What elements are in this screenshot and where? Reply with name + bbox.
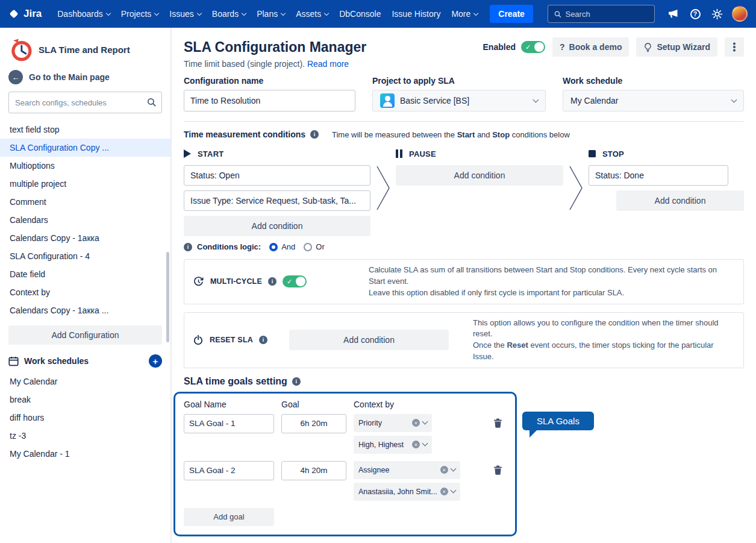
chevron-down-icon: [450, 488, 456, 494]
power-icon: [193, 334, 204, 345]
multi-cycle-toggle[interactable]: [283, 275, 307, 287]
delete-goal-button[interactable]: [489, 461, 507, 479]
context-field-select[interactable]: Priority: [354, 414, 432, 432]
config-item[interactable]: Calendars Copy - 1акка ...: [0, 301, 170, 319]
radio-unchecked-icon: [304, 243, 312, 251]
schedule-item[interactable]: break: [0, 391, 170, 409]
stop-icon: [589, 150, 596, 157]
schedule-item[interactable]: diff hours: [0, 409, 170, 427]
read-more-link[interactable]: Read more: [307, 59, 349, 69]
nav-item-dashboards[interactable]: Dashboards: [52, 5, 115, 22]
chevron-down-icon: [450, 466, 456, 472]
add-schedule-button[interactable]: [149, 354, 162, 368]
config-item[interactable]: Multioptions: [0, 157, 170, 175]
settings-gear-icon[interactable]: [708, 5, 726, 23]
clear-icon[interactable]: [440, 488, 448, 495]
config-item[interactable]: Calendars Copy - 1акка: [0, 229, 170, 247]
goal-value-input[interactable]: [281, 461, 346, 480]
start-condition[interactable]: Issue Type: Service Request, Sub-task, T…: [184, 190, 370, 211]
nav-item-projects[interactable]: Projects: [116, 5, 164, 22]
search-icon: [147, 98, 156, 107]
config-item[interactable]: multiple project: [0, 175, 170, 193]
config-item[interactable]: Context by: [0, 283, 170, 301]
context-values-select[interactable]: High, Highest: [354, 436, 432, 454]
sidebar-search-input[interactable]: [8, 92, 162, 113]
add-goal-button[interactable]: Add goal: [184, 508, 274, 526]
jira-logo[interactable]: Jira: [8, 8, 42, 20]
clear-icon[interactable]: [412, 441, 420, 448]
sla-goals-callout: SLA Goals: [522, 412, 594, 430]
add-configuration-button[interactable]: Add Configuration: [8, 325, 162, 345]
goal-value-input[interactable]: [281, 414, 346, 433]
info-icon[interactable]: [292, 377, 301, 386]
create-button[interactable]: Create: [490, 5, 533, 23]
enabled-toggle[interactable]: [521, 41, 545, 53]
clear-icon[interactable]: [412, 419, 420, 427]
work-schedule-select[interactable]: My Calendar: [563, 90, 744, 111]
pause-header: PAUSE: [396, 147, 563, 160]
delete-goal-button[interactable]: [489, 414, 507, 432]
goal-name-input[interactable]: [184, 461, 274, 480]
nav-item-assets[interactable]: Assets: [291, 5, 333, 22]
clear-icon[interactable]: [440, 466, 448, 474]
reset-add-condition-button[interactable]: Add condition: [289, 330, 449, 350]
stop-add-condition-button[interactable]: Add condition: [616, 190, 744, 211]
chevron-down-icon: [106, 10, 111, 15]
context-values-select[interactable]: Anastasiia, John Smit...: [354, 483, 460, 501]
info-icon[interactable]: [184, 243, 192, 251]
pause-add-condition-button[interactable]: Add condition: [396, 165, 563, 186]
logic-and-radio[interactable]: And: [269, 242, 295, 251]
nav-search[interactable]: [548, 5, 655, 23]
config-name-group: Configuration name: [184, 76, 355, 111]
config-item[interactable]: Date field: [0, 265, 170, 283]
nav-item-plans[interactable]: Plans: [252, 5, 290, 22]
start-add-condition-button[interactable]: Add condition: [184, 216, 370, 236]
back-to-main-link[interactable]: Go to the Main page: [0, 70, 170, 84]
setup-wizard-button[interactable]: Setup Wizard: [636, 37, 717, 57]
more-menu-button[interactable]: [725, 37, 744, 57]
nav-item-more[interactable]: More: [446, 5, 483, 22]
config-item[interactable]: Comment: [0, 193, 170, 211]
schedule-list: My Calendar break diff hours tz -3 My Ca…: [0, 372, 170, 463]
context-field-select[interactable]: Assignee: [354, 461, 460, 479]
schedule-item[interactable]: tz -3: [0, 427, 170, 445]
goal-row: Assignee Anastasiia, John Smit...: [184, 461, 507, 501]
help-icon[interactable]: [686, 5, 704, 23]
config-name-input[interactable]: [184, 90, 355, 111]
config-item[interactable]: Calendars: [0, 211, 170, 229]
schedule-item[interactable]: My Calendar - 1: [0, 445, 170, 463]
divider: [184, 121, 744, 122]
info-icon[interactable]: [259, 336, 267, 344]
stop-header: STOP: [589, 147, 744, 160]
config-item[interactable]: text field stop: [0, 121, 170, 139]
logic-or-radio[interactable]: Or: [304, 242, 324, 251]
reset-sla-box: RESET SLA Add condition This option allo…: [184, 312, 744, 368]
config-item-selected[interactable]: SLA Configuration Copy ...: [0, 139, 170, 157]
work-schedules-header: Work schedules: [0, 354, 170, 368]
book-demo-label: Book a demo: [569, 42, 622, 52]
chevron-down-icon: [473, 10, 478, 15]
start-condition[interactable]: Status: Open: [184, 165, 370, 186]
sidebar-scrollbar[interactable]: [166, 252, 169, 342]
reset-sla-description: This option allows you to configure the …: [473, 318, 735, 363]
user-avatar[interactable]: [732, 6, 748, 22]
logic-or-label: Or: [316, 242, 324, 251]
nav-item-boards[interactable]: Boards: [207, 5, 251, 22]
goal-name-input[interactable]: [184, 414, 274, 433]
nav-item-issues[interactable]: Issues: [164, 5, 205, 22]
logic-label: Conditions logic:: [197, 242, 261, 251]
nav-item-dbconsole[interactable]: DbConsole: [334, 5, 386, 22]
nav-search-input[interactable]: [565, 10, 648, 19]
subtitle-text: Time limit based (single project).: [184, 59, 305, 69]
schedule-item[interactable]: My Calendar: [0, 372, 170, 391]
info-icon[interactable]: [310, 130, 319, 139]
enabled-label: Enabled: [483, 42, 516, 52]
nav-item-issue-history[interactable]: Issue History: [387, 5, 445, 22]
announcement-icon[interactable]: [664, 5, 683, 23]
info-icon[interactable]: [268, 277, 276, 286]
multi-cycle-label: MULTI-CYCLE: [210, 277, 262, 286]
config-item[interactable]: SLA Configuration - 4: [0, 247, 170, 265]
book-demo-button[interactable]: Book a demo: [552, 37, 629, 57]
project-select[interactable]: Basic Service [BS]: [372, 90, 546, 111]
stop-condition[interactable]: Status: Done: [589, 165, 728, 186]
